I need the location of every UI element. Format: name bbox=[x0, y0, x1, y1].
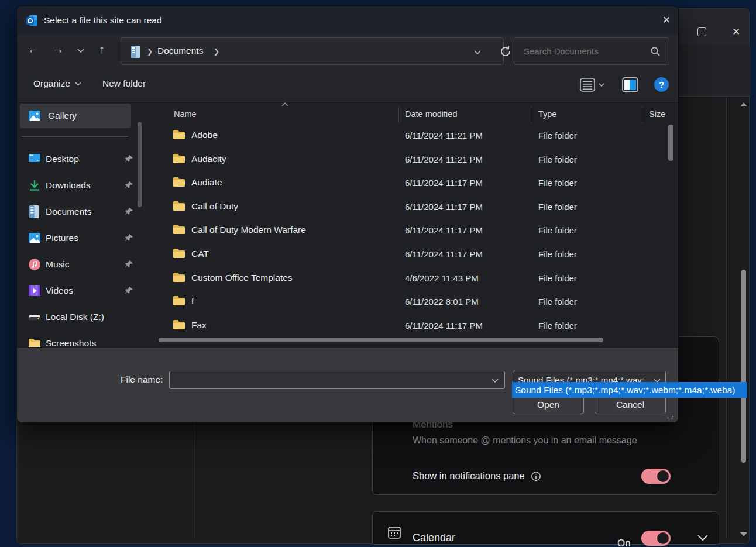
column-divider[interactable] bbox=[531, 106, 531, 123]
file-date-modified: 6/11/2022 8:01 PM bbox=[405, 297, 479, 307]
search-input[interactable] bbox=[523, 46, 645, 57]
table-row[interactable]: CAT6/11/2024 11:17 PMFile folder bbox=[157, 243, 672, 267]
background-scroll-divider bbox=[726, 97, 727, 539]
file-name: Audiate bbox=[191, 177, 222, 188]
notifications-toggle[interactable] bbox=[641, 469, 671, 484]
help-button[interactable]: ? bbox=[654, 77, 669, 92]
resize-grip[interactable]: ⠠⠴ bbox=[665, 414, 675, 420]
file-type: File folder bbox=[538, 225, 577, 235]
calendar-card: Calendar Event reminders On bbox=[372, 511, 719, 545]
file-type-option-label: Sound Files (*.mp3;*.mp4;*.wav;*.webm;*.… bbox=[515, 385, 735, 395]
file-name: Call of Duty Modern Warfare bbox=[191, 225, 306, 235]
table-row[interactable]: Call of Duty Modern Warfare6/11/2024 11:… bbox=[157, 219, 672, 243]
sidebar-item-documents[interactable]: Documents bbox=[20, 198, 135, 225]
pin-icon bbox=[125, 286, 133, 295]
table-row[interactable]: Adobe6/11/2024 11:21 PMFile folder bbox=[157, 124, 672, 148]
recent-locations-chevron[interactable] bbox=[77, 48, 85, 53]
folder-icon bbox=[173, 201, 185, 211]
forward-button[interactable]: → bbox=[52, 43, 64, 56]
dialog-close-button[interactable]: ✕ bbox=[656, 11, 677, 29]
file-date-modified: 4/6/2022 11:43 PM bbox=[405, 273, 479, 283]
chevron-down-icon[interactable] bbox=[697, 534, 709, 541]
pin-icon bbox=[125, 207, 133, 216]
sort-ascending-icon bbox=[281, 102, 288, 106]
sidebar-item-pictures[interactable]: Pictures bbox=[20, 225, 135, 251]
table-row[interactable]: Audacity6/11/2024 11:21 PMFile folder bbox=[157, 148, 672, 172]
sidebar-item-videos[interactable]: Videos bbox=[20, 277, 135, 304]
folder-icon bbox=[173, 272, 185, 283]
sidebar-item-local-disk-z[interactable]: Local Disk (Z:) bbox=[20, 304, 135, 330]
chevron-down-icon[interactable] bbox=[492, 379, 499, 383]
outlook-icon bbox=[25, 13, 39, 27]
table-row[interactable]: Call of Duty6/11/2024 11:17 PMFile folde… bbox=[157, 195, 672, 219]
column-header-size[interactable]: Size bbox=[649, 109, 665, 119]
list-horizontal-scrollbar-thumb[interactable] bbox=[159, 338, 603, 342]
sidebar-item-gallery[interactable]: Gallery bbox=[20, 104, 131, 128]
dialog-sidebar-pins: Desktop Downloads Documents Pictures Mus… bbox=[20, 146, 135, 356]
file-type: File folder bbox=[538, 202, 577, 212]
address-dropdown-chevron[interactable] bbox=[473, 50, 482, 55]
file-date-modified: 6/11/2024 11:17 PM bbox=[405, 202, 483, 212]
list-view-icon bbox=[580, 78, 595, 92]
scrollbar-down-arrow[interactable] bbox=[740, 532, 747, 536]
scrollbar-up-arrow[interactable] bbox=[740, 102, 747, 106]
back-button[interactable]: ← bbox=[28, 43, 39, 56]
info-icon[interactable] bbox=[531, 471, 541, 481]
file-type: File folder bbox=[538, 297, 577, 307]
organize-button[interactable]: Organize bbox=[33, 78, 81, 89]
search-box[interactable] bbox=[514, 37, 669, 65]
table-row[interactable]: Fax6/11/2024 11:17 PMFile folder bbox=[157, 314, 672, 338]
window-close-button[interactable]: ✕ bbox=[723, 23, 750, 40]
file-type: File folder bbox=[538, 273, 577, 283]
new-folder-button[interactable]: New folder bbox=[102, 78, 146, 89]
file-name: f bbox=[191, 296, 194, 307]
documents-icon bbox=[29, 205, 40, 218]
search-icon[interactable] bbox=[650, 46, 661, 57]
pin-icon bbox=[125, 233, 133, 242]
breadcrumb-documents[interactable]: Documents bbox=[157, 46, 203, 56]
maximize-button[interactable] bbox=[684, 23, 719, 40]
file-date-modified: 6/11/2024 11:17 PM bbox=[405, 178, 483, 188]
file-date-modified: 6/11/2024 11:17 PM bbox=[405, 249, 483, 259]
documents-location-icon bbox=[130, 46, 141, 58]
up-button[interactable]: ↑ bbox=[99, 43, 105, 56]
sidebar-item-downloads[interactable]: Downloads bbox=[20, 172, 135, 198]
column-header-date-modified[interactable]: Date modified bbox=[405, 109, 457, 119]
background-scrollbar-thumb[interactable] bbox=[741, 270, 746, 463]
sidebar-scrollbar-thumb[interactable] bbox=[138, 122, 142, 207]
show-in-notifications-label: Show in notifications pane bbox=[413, 470, 525, 481]
sidebar-item-desktop[interactable]: Desktop bbox=[20, 146, 135, 172]
pin-icon bbox=[125, 260, 133, 269]
close-icon: ✕ bbox=[662, 14, 671, 26]
view-mode-button[interactable] bbox=[580, 78, 604, 92]
folder-icon bbox=[173, 153, 185, 164]
preview-pane-button[interactable] bbox=[622, 77, 638, 92]
calendar-toggle[interactable] bbox=[641, 531, 671, 546]
pin-icon bbox=[125, 154, 133, 163]
file-name-input[interactable] bbox=[169, 371, 505, 389]
column-header-name[interactable]: Name bbox=[174, 109, 197, 119]
list-vertical-scrollbar-thumb[interactable] bbox=[668, 125, 673, 161]
column-divider[interactable] bbox=[398, 106, 399, 123]
refresh-icon[interactable] bbox=[499, 45, 512, 58]
folder-icon bbox=[173, 319, 185, 330]
table-row[interactable]: Audiate6/11/2024 11:17 PMFile folder bbox=[157, 171, 672, 195]
file-name: Adobe bbox=[191, 130, 218, 140]
breadcrumb-chevron[interactable]: ❯ bbox=[214, 47, 219, 56]
file-name: Call of Duty bbox=[191, 201, 238, 212]
file-name-label: File name: bbox=[121, 374, 163, 385]
sidebar-item-label: Documents bbox=[46, 207, 91, 217]
file-list: Adobe6/11/2024 11:21 PMFile folderAudaci… bbox=[157, 124, 672, 338]
sidebar-item-label: Videos bbox=[46, 285, 73, 296]
table-row[interactable]: f6/11/2022 8:01 PMFile folder bbox=[157, 290, 672, 314]
sidebar-item-label: Downloads bbox=[46, 180, 91, 191]
column-header-type[interactable]: Type bbox=[538, 109, 556, 119]
sidebar-item-music[interactable]: Music bbox=[20, 251, 135, 277]
file-type-option-highlighted[interactable]: Sound Files (*.mp3;*.mp4;*.wav;*.webm;*.… bbox=[512, 382, 747, 398]
address-bar[interactable]: ❯ Documents ❯ bbox=[121, 37, 504, 65]
table-row[interactable]: Custom Office Templates4/6/2022 11:43 PM… bbox=[157, 267, 672, 291]
preview-pane-icon bbox=[622, 77, 638, 92]
column-divider[interactable] bbox=[642, 106, 642, 123]
music-icon bbox=[28, 258, 41, 271]
folder-icon bbox=[173, 248, 185, 259]
